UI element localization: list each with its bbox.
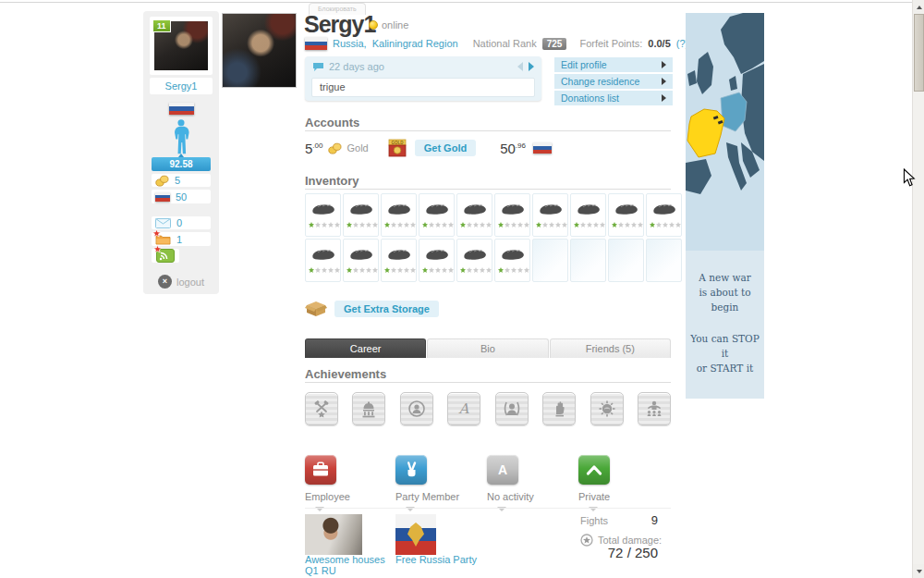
menu-item-donations-list[interactable]: Donations list	[554, 91, 673, 105]
fights-label: Fights	[580, 515, 608, 526]
svg-text:A: A	[498, 462, 507, 477]
profile-menu: Edit profile Change residence Donations …	[554, 57, 673, 105]
inventory-slot-bread[interactable]	[646, 193, 682, 237]
region-link[interactable]: Kaliningrad Region	[372, 38, 458, 49]
country-president-achievement-icon[interactable]	[400, 392, 433, 425]
currency-flag-icon	[533, 142, 552, 154]
divider	[305, 130, 671, 131]
scrollbar[interactable]	[912, 0, 924, 578]
inventory-slot-bread[interactable]	[494, 239, 530, 282]
star-rating	[309, 267, 340, 273]
divider	[305, 382, 671, 383]
star-rating	[460, 267, 492, 273]
sidebar-currency-row[interactable]: 50	[152, 190, 211, 203]
sidebar-messages-row[interactable]: 0	[152, 216, 211, 230]
society-builder-achievement-icon[interactable]	[638, 392, 671, 425]
bread-icon	[386, 248, 411, 264]
inventory-slot-bread[interactable]	[494, 193, 530, 237]
bread-icon	[424, 248, 449, 264]
profile-avatar[interactable]	[222, 13, 297, 88]
tab-friends[interactable]: Friends (5)	[550, 338, 671, 358]
menu-arrow-icon	[662, 94, 666, 102]
inventory-slot-bread[interactable]	[419, 239, 455, 282]
menu-item-change-residence[interactable]: Change residence	[554, 74, 673, 89]
storage-box-icon	[305, 300, 327, 317]
fights-value: 9	[636, 513, 658, 527]
national-rank-badge: 725	[542, 38, 567, 50]
inventory-slot-empty[interactable]	[570, 239, 606, 282]
super-soldier-achievement-icon[interactable]	[590, 392, 624, 425]
inventory-slot-bread[interactable]	[343, 239, 379, 282]
down-arrow-icon	[917, 570, 922, 573]
scroll-up-button[interactable]	[913, 0, 924, 14]
briefcase-icon[interactable]	[305, 455, 336, 485]
energy-value: 92.58	[169, 159, 192, 169]
inventory-slot-bread[interactable]	[456, 193, 492, 237]
menu-item-edit-profile[interactable]: Edit profile	[554, 57, 673, 72]
get-extra-storage-label: Get Extra Storage	[334, 301, 439, 317]
inventory-slot-empty[interactable]	[608, 239, 644, 282]
inventory-slot-bread[interactable]	[419, 193, 455, 237]
sidebar-avatar-card[interactable]: 11	[150, 17, 213, 75]
page-title: Sergy1	[304, 11, 375, 38]
party-link[interactable]: Free Russia Party	[395, 554, 477, 565]
gold-pack-icon[interactable]: GOLD	[387, 138, 407, 158]
battle-hero-achievement-icon[interactable]	[495, 392, 529, 425]
inventory-slot-bread[interactable]	[456, 239, 492, 282]
logout-button[interactable]: × logout	[158, 275, 204, 289]
energy-bar: 92.58	[152, 157, 211, 171]
house-link[interactable]: Awesome houses Q1 RU	[305, 554, 397, 576]
get-gold-button[interactable]: Get Gold	[415, 140, 476, 156]
banner-cta: You can STOP it or START it	[686, 331, 764, 375]
bread-icon	[651, 203, 676, 218]
bread-icon	[386, 203, 411, 218]
inventory-slot-bread[interactable]	[532, 193, 568, 237]
profile-meta-row: Russia, Kaliningrad Region National Rank…	[305, 36, 725, 51]
party-member-badge: Party Member	[395, 455, 484, 511]
inventory-slot-empty[interactable]	[646, 239, 682, 282]
tab-career[interactable]: Career	[305, 338, 426, 358]
get-extra-storage-button[interactable]: Get Extra Storage	[305, 300, 439, 317]
sidebar-alerts-row[interactable]: 1	[152, 232, 211, 246]
badge-label: No activity	[487, 491, 576, 502]
prev-shout-arrow[interactable]	[517, 62, 523, 71]
tab-bio[interactable]: Bio	[427, 338, 548, 358]
inventory-slot-bread[interactable]	[305, 239, 341, 282]
war-ad-banner[interactable]: A new war is about to begin You can STOP…	[686, 13, 764, 399]
messages-count: 0	[176, 217, 182, 228]
country-flag-icon	[305, 37, 327, 50]
scroll-down-button[interactable]	[913, 564, 924, 578]
inventory-slot-empty[interactable]	[532, 239, 568, 282]
star-rating	[574, 222, 605, 228]
bread-icon	[310, 203, 335, 218]
inventory-slot-bread[interactable]	[343, 193, 379, 237]
divider	[305, 189, 671, 190]
inventory-slot-bread[interactable]	[381, 193, 417, 237]
gold-icon	[328, 142, 342, 154]
level-badge: 11	[152, 19, 171, 32]
badge-label: Party Member	[395, 491, 484, 502]
party-flag-thumbnail[interactable]	[395, 514, 436, 555]
svg-text:GOLD: GOLD	[391, 141, 404, 145]
star-rating	[498, 222, 529, 228]
no-activity-badge: A No activity	[487, 455, 576, 511]
no-activity-icon[interactable]: A	[487, 455, 518, 485]
currency-amount: 50	[500, 141, 516, 156]
inventory-slot-bread[interactable]	[608, 193, 644, 237]
country-link[interactable]: Russia,	[333, 38, 367, 49]
chevron-up-icon[interactable]	[578, 455, 610, 485]
congress-member-achievement-icon[interactable]	[352, 392, 385, 425]
sidebar-username-link[interactable]: Sergy1	[150, 78, 213, 94]
inventory-slot-bread[interactable]	[570, 193, 606, 237]
victory-hand-icon[interactable]	[395, 455, 427, 485]
inventory-slot-bread[interactable]	[305, 193, 341, 237]
resistance-hero-achievement-icon[interactable]	[542, 392, 576, 425]
sidebar-feed-button[interactable]	[152, 249, 179, 263]
media-mogul-achievement-icon[interactable]: A	[447, 392, 480, 425]
house-thumbnail[interactable]	[305, 514, 362, 555]
hard-worker-achievement-icon[interactable]	[305, 392, 338, 425]
next-shout-arrow[interactable]	[529, 62, 534, 71]
sidebar-gold-row[interactable]: 5	[152, 174, 211, 188]
scrollbar-thumb[interactable]	[914, 14, 924, 92]
inventory-slot-bread[interactable]	[381, 239, 417, 282]
